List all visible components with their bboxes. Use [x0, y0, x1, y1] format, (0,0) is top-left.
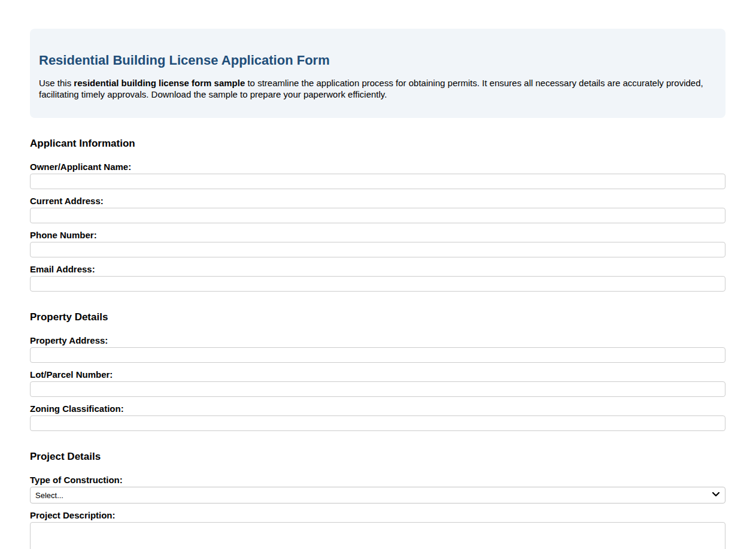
type-of-construction-select[interactable]: Select... [30, 487, 725, 503]
project-description-textarea[interactable] [30, 522, 725, 549]
form-intro-card: Residential Building License Application… [30, 29, 725, 118]
field-phone-number: Phone Number: [30, 230, 725, 257]
license-application-form: Applicant Information Owner/Applicant Na… [30, 138, 725, 549]
current-address-input[interactable] [30, 208, 725, 223]
field-project-description: Project Description: [30, 511, 725, 549]
section-heading-property-details: Property Details [30, 311, 725, 323]
email-address-label: Email Address: [30, 265, 725, 274]
field-owner-applicant-name: Owner/Applicant Name: [30, 162, 725, 189]
owner-applicant-name-label: Owner/Applicant Name: [30, 162, 725, 172]
phone-number-label: Phone Number: [30, 230, 725, 240]
current-address-label: Current Address: [30, 196, 725, 206]
field-lot-parcel-number: Lot/Parcel Number: [30, 370, 725, 397]
lot-parcel-number-label: Lot/Parcel Number: [30, 370, 725, 380]
field-zoning-classification: Zoning Classification: [30, 404, 725, 431]
zoning-classification-label: Zoning Classification: [30, 404, 725, 414]
owner-applicant-name-input[interactable] [30, 174, 725, 189]
section-heading-project-details: Project Details [30, 451, 725, 462]
property-address-label: Property Address: [30, 336, 725, 345]
form-description: Use this residential building license fo… [39, 78, 716, 100]
field-current-address: Current Address: [30, 196, 725, 223]
type-of-construction-select-wrap: Select... [30, 487, 725, 503]
email-address-input[interactable] [30, 276, 725, 292]
phone-number-input[interactable] [30, 242, 725, 257]
section-heading-applicant-information: Applicant Information [30, 138, 725, 149]
description-prefix: Use this [39, 78, 74, 88]
field-property-address: Property Address: [30, 336, 725, 363]
field-type-of-construction: Type of Construction: Select... [30, 475, 725, 503]
page-title: Residential Building License Application… [39, 53, 716, 68]
description-bold-phrase: residential building license form sample [74, 78, 245, 88]
property-address-input[interactable] [30, 347, 725, 363]
type-of-construction-label: Type of Construction: [30, 475, 725, 485]
field-email-address: Email Address: [30, 265, 725, 292]
zoning-classification-input[interactable] [30, 415, 725, 431]
page-container: Residential Building License Application… [30, 0, 725, 549]
lot-parcel-number-input[interactable] [30, 381, 725, 397]
project-description-label: Project Description: [30, 511, 725, 520]
